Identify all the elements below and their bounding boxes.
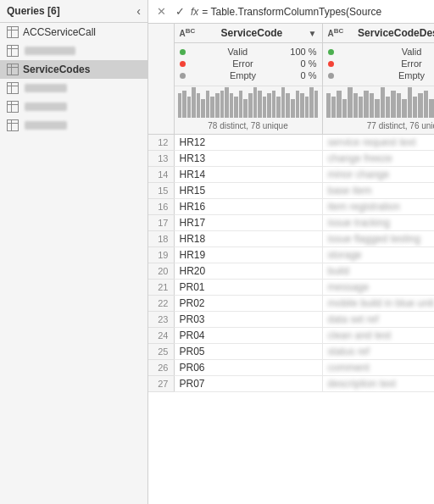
bar-chart-servicecodedesc bbox=[323, 86, 435, 119]
table-body: 12HR12service request text13HR13change f… bbox=[148, 135, 434, 392]
table-icon bbox=[7, 64, 19, 75]
table-row[interactable]: 13HR13change freeze bbox=[148, 151, 434, 167]
sidebar-item-blurred4[interactable] bbox=[0, 116, 147, 135]
sidebar-title: Queries [6] bbox=[7, 5, 60, 17]
service-desc-cell: status ref bbox=[322, 344, 434, 360]
row-number: 25 bbox=[148, 344, 174, 360]
table-row[interactable]: 18HR18issue flagged testing bbox=[148, 231, 434, 247]
quality-valid-label-2: Valid bbox=[337, 47, 435, 57]
sidebar-item-blurred3[interactable] bbox=[0, 97, 147, 116]
quality-error-label-2: Error bbox=[337, 58, 435, 69]
service-code-cell: PR06 bbox=[174, 360, 322, 376]
quality-empty-label-2: Empty bbox=[337, 70, 435, 80]
table-icon bbox=[7, 45, 19, 57]
service-code-cell: PR01 bbox=[174, 280, 322, 296]
quality-section-servicecode: Valid 100 % Error 0 % bbox=[175, 43, 322, 86]
service-desc-cell: minor change bbox=[322, 167, 434, 183]
service-desc-cell: storage bbox=[322, 247, 434, 263]
service-code-cell: HR19 bbox=[174, 247, 322, 263]
table-row[interactable]: 24PR04clean and test bbox=[148, 328, 434, 344]
row-number: 13 bbox=[148, 151, 174, 167]
row-number: 18 bbox=[148, 231, 174, 247]
service-desc-cell: change freeze bbox=[322, 151, 434, 167]
service-desc-cell: item registration bbox=[322, 199, 434, 215]
row-number: 24 bbox=[148, 328, 174, 344]
table-row[interactable]: 21PR01message bbox=[148, 280, 434, 296]
quality-error-pct: 0 % bbox=[301, 58, 317, 69]
service-code-cell: HR18 bbox=[174, 231, 322, 247]
service-code-cell: HR14 bbox=[174, 167, 322, 183]
col-name-servicecode: ServiceCode bbox=[198, 27, 304, 39]
service-desc-cell: mobile build in blue unit bbox=[322, 296, 434, 312]
quality-valid-label: Valid bbox=[189, 47, 287, 57]
confirm-button[interactable]: ✓ bbox=[172, 6, 187, 17]
collapse-icon[interactable]: ‹ bbox=[136, 5, 141, 17]
formula-bar: ✕ ✓ fx = Table.TransformColumnTypes(Sour… bbox=[148, 0, 434, 24]
table-icon bbox=[7, 82, 19, 94]
sidebar-item-servicecodes[interactable]: ServiceCodes bbox=[0, 60, 147, 79]
table-icon bbox=[7, 101, 19, 113]
dot-error-2 bbox=[328, 61, 334, 67]
col-header-servicecodedesc: ABC ServiceCodeDescription Valid bbox=[322, 24, 434, 135]
dot-valid-2 bbox=[328, 49, 334, 55]
service-code-cell: PR04 bbox=[174, 328, 322, 344]
col-header-inner-servicecode: ABC ServiceCode ▼ Valid 100 % bbox=[175, 24, 322, 134]
quality-valid-row: Valid 100 % bbox=[180, 47, 317, 57]
table-icon bbox=[7, 26, 19, 38]
bar-chart-servicecode bbox=[175, 86, 322, 119]
dot-empty-2 bbox=[328, 73, 334, 79]
col-type-icon-servicecode: ABC bbox=[180, 27, 196, 38]
col-name-servicecodedesc: ServiceCodeDescription bbox=[347, 27, 434, 39]
sidebar-item-accservicecall[interactable]: ACCServiceCall bbox=[0, 23, 147, 42]
dot-valid bbox=[180, 49, 186, 55]
function-icon: fx bbox=[191, 6, 198, 18]
service-desc-cell: issue flagged testing bbox=[322, 231, 434, 247]
cancel-button[interactable]: ✕ bbox=[153, 6, 169, 17]
service-code-cell: HR12 bbox=[174, 135, 322, 151]
table-row[interactable]: 16HR16item registration bbox=[148, 199, 434, 215]
table-row[interactable]: 25PR05status ref bbox=[148, 344, 434, 360]
table-icon bbox=[7, 119, 19, 131]
distinct-info-servicecode: 78 distinct, 78 unique bbox=[175, 119, 322, 134]
sidebar-item-label-blurred3 bbox=[25, 102, 67, 111]
table-row[interactable]: 12HR12service request text bbox=[148, 135, 434, 151]
service-desc-cell: data set ref bbox=[322, 312, 434, 328]
service-code-cell: HR15 bbox=[174, 183, 322, 199]
row-number: 19 bbox=[148, 247, 174, 263]
row-number: 14 bbox=[148, 167, 174, 183]
table-row[interactable]: 14HR14minor change bbox=[148, 167, 434, 183]
service-desc-cell: comment bbox=[322, 360, 434, 376]
service-desc-cell: service request text bbox=[322, 135, 434, 151]
data-table: ABC ServiceCode ▼ Valid 100 % bbox=[148, 24, 434, 392]
quality-empty-row: Empty 0 % bbox=[180, 70, 317, 80]
row-number: 23 bbox=[148, 312, 174, 328]
table-row[interactable]: 23PR03data set ref bbox=[148, 312, 434, 328]
service-code-cell: PR02 bbox=[174, 296, 322, 312]
table-row[interactable]: 19HR19storage bbox=[148, 247, 434, 263]
service-code-cell: PR05 bbox=[174, 344, 322, 360]
quality-empty-row-2: Empty bbox=[328, 70, 435, 80]
sidebar: Queries [6] ‹ ACCServiceCall ServiceCode… bbox=[0, 0, 148, 504]
row-number: 20 bbox=[148, 263, 174, 280]
service-code-cell: HR13 bbox=[174, 151, 322, 167]
column-header-row: ABC ServiceCode ▼ Valid 100 % bbox=[148, 24, 434, 135]
table-row[interactable]: 17HR17issue tracking bbox=[148, 215, 434, 231]
table-row[interactable]: 15HR15base item bbox=[148, 183, 434, 199]
table-row[interactable]: 27PR07description text bbox=[148, 376, 434, 392]
service-code-cell: HR17 bbox=[174, 215, 322, 231]
row-number: 16 bbox=[148, 199, 174, 215]
row-number: 17 bbox=[148, 215, 174, 231]
main-panel: ✕ ✓ fx = Table.TransformColumnTypes(Sour… bbox=[148, 0, 434, 504]
quality-section-servicecodedesc: Valid Error Empty bbox=[323, 43, 435, 86]
service-desc-cell: issue tracking bbox=[322, 215, 434, 231]
dot-empty bbox=[180, 73, 186, 79]
col-dropdown-servicecode[interactable]: ▼ bbox=[309, 29, 317, 38]
table-container: ABC ServiceCode ▼ Valid 100 % bbox=[148, 24, 434, 504]
col-type-icon-servicecodedesc: ABC bbox=[328, 27, 344, 38]
row-number: 27 bbox=[148, 376, 174, 392]
sidebar-item-blurred2[interactable] bbox=[0, 79, 147, 97]
table-row[interactable]: 26PR06comment bbox=[148, 360, 434, 376]
table-row[interactable]: 22PR02mobile build in blue unit bbox=[148, 296, 434, 312]
table-row[interactable]: 20HR20build bbox=[148, 263, 434, 280]
sidebar-item-blurred1[interactable] bbox=[0, 42, 147, 60]
